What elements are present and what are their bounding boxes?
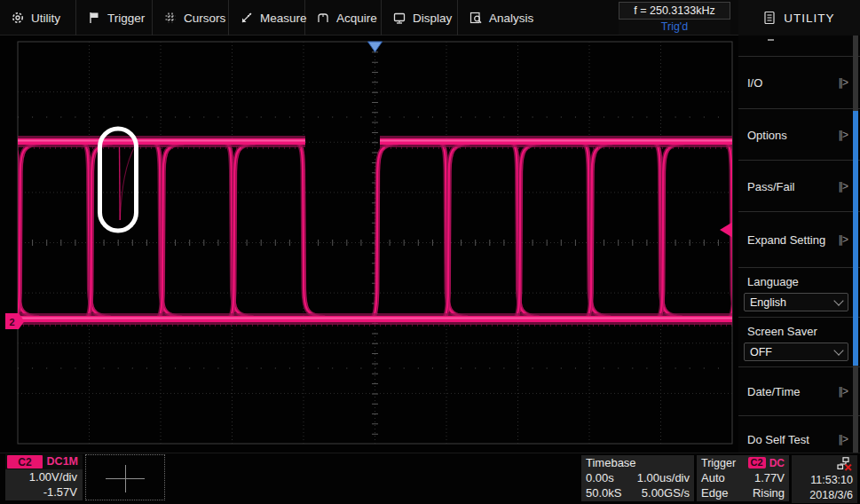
frequency-readout: f = 250.3133kHz Trig'd: [619, 2, 730, 35]
panel-item-datetime[interactable]: Date/Time ∥>: [738, 366, 860, 415]
waveform-svg: 2: [0, 35, 738, 453]
trigger-position-marker[interactable]: [368, 42, 383, 52]
panel-item-options[interactable]: Options ∥>: [738, 108, 860, 160]
timebase-samples: 50.0kS: [586, 485, 621, 500]
language-label: Language: [747, 275, 799, 288]
menu-trigger[interactable]: Trigger: [76, 0, 153, 35]
trigger-slope: Rising: [753, 485, 785, 500]
screensaver-select[interactable]: OFF: [744, 343, 848, 361]
panel-item-screensaver: Screen Saver OFF: [738, 317, 860, 366]
menu-utility[interactable]: Utility: [0, 0, 76, 35]
trigger-box[interactable]: Trigger C2 DC Auto 1.77V Edge Rising: [697, 455, 789, 501]
flag-icon: [87, 11, 101, 25]
menu-utility-label: Utility: [31, 12, 60, 25]
panel-item-options-label: Options: [747, 128, 787, 141]
panel-item-selftest-label: Do Self Test: [747, 433, 809, 446]
panel-item-selftest[interactable]: Do Self Test ∥>: [738, 415, 860, 452]
submenu-arrow-icon: ∥>: [838, 233, 848, 246]
menu-display-label: Display: [413, 12, 452, 25]
utility-panel: I/O ∥> Options ∥> Pass/Fail ∥> Expand Se…: [738, 35, 860, 453]
partial-item-dash: [768, 39, 774, 41]
waveform-trace: [12, 141, 738, 326]
screensaver-label: Screen Saver: [747, 325, 817, 338]
timebase-title: Timebase: [581, 455, 694, 470]
menu-analysis[interactable]: Analysis: [458, 0, 534, 35]
trigger-type: Edge: [701, 485, 728, 500]
submenu-arrow-icon: ∥>: [838, 129, 848, 141]
panel-item-io-label: I/O: [747, 76, 762, 90]
channel2-badge: C2: [7, 455, 43, 469]
menu-acquire-label: Acquire: [336, 12, 377, 25]
timebase-scale: 1.00us/div: [637, 470, 690, 485]
utility-panel-title: UTILITY: [784, 12, 834, 25]
submenu-arrow-icon: ∥>: [838, 433, 848, 445]
clock-date: 2018/3/6: [792, 488, 853, 503]
menu-cursors-label: Cursors: [184, 12, 225, 25]
add-channel-box[interactable]: [85, 454, 165, 500]
submenu-arrow-icon: ∥>: [838, 385, 848, 398]
plus-icon: [125, 465, 126, 492]
submenu-arrow-icon: ∥>: [838, 180, 848, 193]
panel-item-expand-setting[interactable]: Expand Setting ∥>: [738, 211, 860, 267]
submenu-arrow-icon: ∥>: [838, 76, 848, 89]
timebase-delay: 0.00s: [586, 470, 614, 485]
trigger-source-badge: C2: [748, 457, 766, 469]
trigger-level: 1.77V: [754, 470, 785, 485]
analysis-icon: [469, 11, 483, 25]
menu-measure[interactable]: Measure: [229, 0, 305, 35]
panel-item-datetime-label: Date/Time: [747, 385, 800, 398]
clock-time: 11:53:10: [792, 473, 853, 488]
menu-cursors[interactable]: Cursors: [153, 0, 229, 35]
panel-item-language: Language English: [738, 267, 860, 317]
trigger-status: Trig'd: [619, 20, 730, 35]
frequency-value: f = 250.3133kHz: [619, 2, 730, 20]
network-disconnected-icon[interactable]: [837, 457, 853, 471]
panel-item-passfail[interactable]: Pass/Fail ∥>: [738, 160, 860, 211]
menu-acquire[interactable]: Acquire: [305, 0, 382, 35]
menu-measure-label: Measure: [260, 12, 307, 25]
timebase-box[interactable]: Timebase 0.00s 1.00us/div 50.0kS 5.00GS/…: [581, 455, 694, 501]
menu-display[interactable]: Display: [382, 0, 458, 35]
trigger-coupling: DC: [769, 457, 785, 469]
trigger-mode: Auto: [701, 470, 725, 485]
panel-item-passfail-label: Pass/Fail: [747, 179, 794, 193]
cursors-icon: [163, 11, 178, 25]
channel2-marker-label: 2: [10, 317, 15, 327]
utility-panel-header: UTILITY: [738, 0, 860, 35]
panel-item-expand-setting-label: Expand Setting: [747, 233, 825, 247]
panel-scrolled-item: [738, 35, 860, 56]
waveform-display-area[interactable]: 2: [0, 35, 738, 453]
clock-box: 11:53:10 2018/3/6: [792, 455, 857, 503]
trigger-title: Trigger: [701, 457, 736, 469]
channel2-info-box[interactable]: C2 DC1M 1.00V/div -1.57V: [5, 454, 83, 500]
language-value: English: [750, 296, 786, 309]
panel-item-io[interactable]: I/O ∥>: [738, 56, 860, 108]
menu-analysis-label: Analysis: [489, 12, 533, 25]
timebase-rate: 5.00GS/s: [642, 485, 690, 500]
trigger-level-marker[interactable]: [720, 223, 732, 238]
acquire-icon: [316, 11, 330, 25]
chevron-down-icon: [833, 295, 843, 305]
gear-icon: [11, 11, 25, 25]
panel-scrollbar-thumb[interactable]: [853, 111, 858, 366]
channel2-offset: -1.57V: [5, 484, 83, 500]
clipboard-icon: [763, 11, 776, 25]
measure-icon: [240, 11, 254, 25]
oscilloscope-screen: Utility Trigger Cursors: [0, 0, 860, 504]
language-select[interactable]: English: [744, 293, 848, 311]
panel-scrollbar-track[interactable]: [853, 35, 858, 453]
status-bar: C2 DC1M 1.00V/div -1.57V Timebase 0.00s …: [0, 453, 860, 504]
channel2-coupling: DC1M: [47, 455, 78, 468]
channel2-scale: 1.00V/div: [5, 469, 83, 484]
display-icon: [392, 11, 406, 25]
screensaver-value: OFF: [750, 346, 772, 358]
chevron-down-icon: [833, 345, 843, 355]
menu-trigger-label: Trigger: [107, 12, 145, 25]
